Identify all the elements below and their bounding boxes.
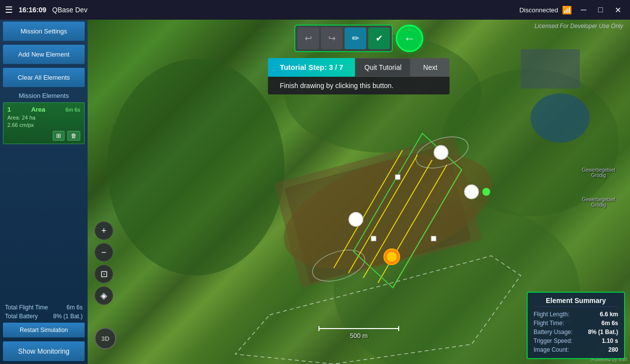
flight-length-label: Flight Length: [534,311,569,318]
svg-rect-25 [371,236,376,241]
svg-rect-4 [521,49,580,89]
connection-status: Disconnected [519,6,558,14]
trigger-speed-label: Trigger Speed: [534,337,572,344]
flight-time-label: Flight Time: [534,320,564,327]
svg-point-19 [349,212,363,226]
mission-elements-title: Mission Elements [0,89,88,101]
maximize-button[interactable]: □ [594,3,607,17]
scale-label: 500 m [350,332,368,339]
total-battery-value: 8% (1 Bat.) [53,313,83,320]
scale-bar: 500 m [318,326,399,339]
svg-rect-23 [395,175,400,180]
image-count-label: Image Count: [534,346,569,353]
battery-usage-label: Battery Usage: [534,329,572,335]
tutorial-panel: Tutorial Step: 3 / 7 Quit Tutorial Next … [268,58,449,94]
signal-icon: 📶 [562,5,572,15]
battery-usage-value: 8% (1 Bat.) [588,329,618,335]
3d-toggle[interactable]: 3D [94,328,116,349]
zoom-out-icon: − [101,247,107,258]
element-delete-button[interactable]: 🗑 [67,131,80,141]
minimize-button[interactable]: ─ [577,3,590,17]
locate-button[interactable]: ⊡ [94,265,113,283]
undo-icon: ↩ [305,33,312,44]
image-count-value: 280 [608,346,618,353]
titlebar: ☰ 16:16:09 QBase Dev Disconnected 📶 ─ □ … [0,0,630,20]
draw-icon: ✏ [352,33,359,44]
svg-point-5 [531,93,590,143]
dev-license-notice: Licensed For Developer Use Only [535,23,623,30]
sidebar-bottom: Total Flight Time 6m 6s Total Battery 8%… [0,300,88,364]
svg-point-18 [465,185,478,199]
redo-icon: ↪ [328,33,336,44]
element-summary-title: Element Summary [534,297,618,307]
trigger-speed-value: 1.10 s [602,337,618,344]
menu-icon[interactable]: ☰ [5,4,13,15]
close-button[interactable]: ✕ [611,3,625,17]
toolbar: ↩ ↪ ✏ ✔ ← [294,25,423,52]
sidebar: Mission Settings Add New Element Clear A… [0,20,88,364]
flight-time-value: 6m 6s [601,320,618,327]
total-flight-time-label: Total Flight Time [5,304,48,311]
element-area: Area: 24 ha [7,115,80,121]
svg-point-20 [482,188,490,196]
element-edit-button[interactable]: ⊞ [53,131,64,141]
confirm-button[interactable]: ✔ [368,28,390,49]
svg-point-22 [387,252,397,262]
element-resolution: 2.66 cm/px [7,122,80,128]
svg-point-17 [434,146,448,159]
redo-button[interactable]: ↪ [321,28,343,49]
scale-tick-right [398,326,399,331]
zoom-out-button[interactable]: − [94,243,113,262]
element-number: 1 [7,106,11,113]
locate-icon: ⊡ [100,269,108,279]
back-button[interactable]: ← [396,25,423,52]
scale-ruler [319,328,398,329]
tutorial-message: Finish drawing by clicking this button. [268,77,449,94]
window-controls: ─ □ ✕ [577,3,625,17]
app-name: QBase Dev [52,6,88,14]
back-icon: ← [404,31,415,45]
next-button[interactable]: Next [411,58,450,77]
add-new-element-button[interactable]: Add New Element [3,45,85,64]
map-area[interactable]: ↩ ↪ ✏ ✔ ← Tutorial Step: 3 / 7 Quit Tuto… [88,20,630,364]
element-name: Area [31,106,45,113]
gewerbegebiet-label-2: GewerbegebietGrödig [582,197,615,208]
tutorial-step: Tutorial Step: 3 / 7 [268,58,355,77]
element-time: 6m 6s [65,107,80,113]
total-battery-label: Total Battery [5,313,38,320]
svg-rect-24 [431,236,436,241]
flight-length-value: 6.6 km [600,311,618,318]
quit-tutorial-button[interactable]: Quit Tutorial [355,58,410,77]
gewerbegebiet-label-1: GewerbegebietGrödig [582,167,615,178]
element-summary-panel: Element Summary Flight Length: 6.6 km Fl… [527,292,625,359]
map-controls: + − ⊡ ◈ [94,221,113,305]
mission-settings-button[interactable]: Mission Settings [3,22,85,41]
restart-simulation-button[interactable]: Restart Simulation [3,323,85,337]
drawing-toolbar: ↩ ↪ ✏ ✔ [294,25,393,52]
zoom-in-button[interactable]: + [94,221,113,240]
undo-button[interactable]: ↩ [297,28,319,49]
clear-all-elements-button[interactable]: Clear All Elements [3,68,85,87]
svg-point-0 [107,59,284,275]
layers-icon: ◈ [100,290,107,301]
show-monitoring-button[interactable]: Show Monitoring [3,341,85,361]
layers-button[interactable]: ◈ [94,286,113,305]
clock-display: 16:16:09 [19,6,46,14]
confirm-icon: ✔ [376,33,383,44]
total-flight-time-value: 6m 6s [66,304,83,311]
zoom-in-icon: + [101,226,107,236]
mission-element-1: 1 Area 6m 6s Area: 24 ha 2.66 cm/px ⊞ 🗑 [3,102,85,144]
draw-button[interactable]: ✏ [345,28,366,49]
